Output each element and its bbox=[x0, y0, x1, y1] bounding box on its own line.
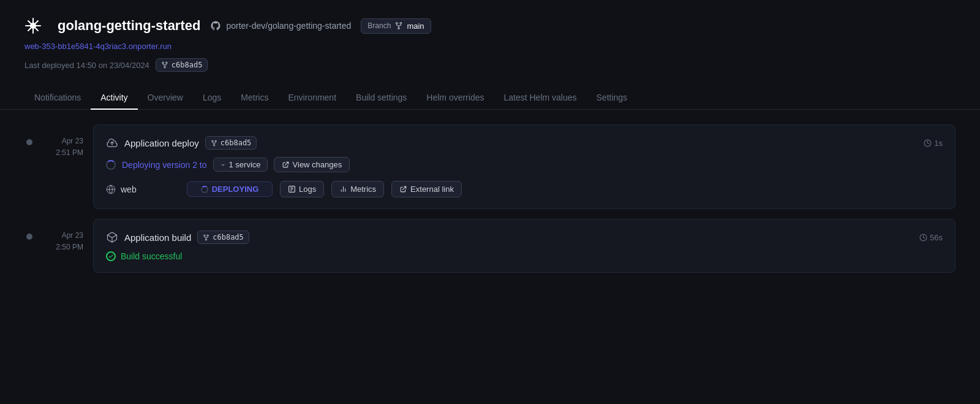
build-card-body: Build successful bbox=[106, 251, 943, 261]
event-time-2: 2:50 PM bbox=[44, 242, 83, 253]
page-header: golang-getting-started porter-dev/golang… bbox=[0, 0, 980, 72]
external-link-label: External link bbox=[410, 185, 454, 194]
logs-icon bbox=[288, 185, 296, 193]
nav-logs[interactable]: Logs bbox=[193, 86, 231, 110]
metrics-label: Metrics bbox=[350, 185, 376, 194]
deploy-title: Application deploy bbox=[124, 138, 199, 148]
clock-icon-2 bbox=[919, 234, 927, 242]
event-time-1: 2:51 PM bbox=[44, 147, 83, 159]
timeline: Apr 23 2:51 PM Application deploy bbox=[24, 124, 956, 273]
repo-link[interactable]: porter-dev/golang-getting-started bbox=[210, 20, 351, 31]
deploying-label: DEPLOYING bbox=[212, 185, 259, 194]
deploy-duration: 1s bbox=[924, 139, 943, 148]
build-commit-badge: c6b8ad5 bbox=[197, 231, 249, 244]
timeline-row-build: Apr 23 2:50 PM Application build bbox=[24, 219, 956, 273]
nav-notifications[interactable]: Notifications bbox=[24, 86, 91, 110]
metrics-icon bbox=[339, 185, 347, 193]
nav-activity[interactable]: Activity bbox=[91, 86, 137, 110]
activity-content: Apr 23 2:51 PM Application deploy bbox=[0, 110, 980, 288]
branch-label: Branch bbox=[368, 21, 391, 30]
branch-badge[interactable]: Branch main bbox=[361, 18, 431, 34]
chevron-down-icon bbox=[220, 162, 226, 168]
timeline-row-deploy: Apr 23 2:51 PM Application deploy bbox=[24, 124, 956, 209]
build-commit-hash: c6b8ad5 bbox=[213, 233, 244, 242]
app-title: golang-getting-started bbox=[58, 18, 200, 34]
last-deployed-text: Last deployed 14:50 on 23/04/2024 bbox=[24, 61, 149, 70]
build-title-row: Application build c6b8ad5 bbox=[106, 231, 249, 244]
build-card: Application build c6b8ad5 56s bbox=[93, 219, 956, 273]
globe-icon bbox=[106, 185, 116, 194]
external-link-icon bbox=[399, 185, 407, 193]
service-label: web bbox=[121, 185, 137, 194]
deploying-status-badge: DEPLOYING bbox=[187, 181, 273, 197]
header-commit-hash: c6b8ad5 bbox=[172, 61, 203, 69]
nav-helm-overrides[interactable]: Helm overrides bbox=[417, 86, 494, 110]
build-icon bbox=[106, 231, 118, 243]
service-name: web bbox=[106, 185, 179, 194]
branch-name: main bbox=[407, 21, 424, 31]
service-row: web DEPLOYING Logs bbox=[106, 181, 943, 197]
deploy-commit-hash: c6b8ad5 bbox=[221, 139, 252, 147]
timeline-dot-2 bbox=[26, 234, 32, 240]
build-card-header: Application build c6b8ad5 56s bbox=[106, 231, 943, 244]
event-date-2: Apr 23 bbox=[44, 230, 83, 242]
external-icon-view bbox=[282, 161, 290, 169]
logs-button[interactable]: Logs bbox=[280, 181, 324, 197]
external-link-button[interactable]: External link bbox=[391, 181, 462, 197]
deploy-title-row: Application deploy c6b8ad5 bbox=[106, 136, 257, 150]
build-title: Application build bbox=[124, 232, 191, 243]
service-pill[interactable]: 1 service bbox=[213, 158, 268, 172]
service-count: 1 service bbox=[229, 160, 261, 169]
header-commit-badge: c6b8ad5 bbox=[156, 58, 208, 72]
timeline-date-2: Apr 23 2:50 PM bbox=[44, 219, 93, 253]
deploy-info: Last deployed 14:50 on 23/04/2024 c6b8ad… bbox=[24, 58, 956, 72]
deploy-card-header: Application deploy c6b8ad5 1s bbox=[106, 136, 943, 150]
nav-overview[interactable]: Overview bbox=[138, 86, 193, 110]
metrics-button[interactable]: Metrics bbox=[331, 181, 384, 197]
nav-build-settings[interactable]: Build settings bbox=[346, 86, 417, 110]
nav-settings[interactable]: Settings bbox=[587, 86, 638, 110]
app-logo bbox=[24, 17, 42, 34]
deploying-spinner bbox=[201, 186, 208, 193]
app-url[interactable]: web-353-bb1e5841-4q3riac3.onporter.run bbox=[24, 42, 956, 51]
event-date-1: Apr 23 bbox=[44, 135, 83, 147]
view-changes-button[interactable]: View changes bbox=[274, 157, 350, 172]
build-duration: 56s bbox=[919, 233, 943, 242]
build-success-text: Build successful bbox=[121, 251, 182, 261]
main-nav: Notifications Activity Overview Logs Met… bbox=[0, 86, 980, 110]
deploy-card-body: Deploying version 2 to 1 service View c bbox=[106, 157, 943, 197]
timeline-date-1: Apr 23 2:51 PM bbox=[44, 124, 93, 159]
success-check-icon bbox=[106, 251, 116, 261]
nav-metrics[interactable]: Metrics bbox=[231, 86, 278, 110]
nav-latest-helm[interactable]: Latest Helm values bbox=[494, 86, 586, 110]
view-changes-label: View changes bbox=[293, 160, 342, 169]
deploy-card: Application deploy c6b8ad5 1s bbox=[93, 124, 956, 209]
build-success-row: Build successful bbox=[106, 251, 943, 261]
deploy-text: Deploying version 2 to bbox=[122, 160, 207, 170]
repo-name: porter-dev/golang-getting-started bbox=[226, 21, 351, 31]
deploy-time-value: 1s bbox=[934, 139, 943, 148]
logs-label: Logs bbox=[299, 185, 316, 194]
deploy-commit-badge: c6b8ad5 bbox=[205, 136, 257, 150]
deploy-spinner bbox=[106, 160, 116, 170]
build-time-value: 56s bbox=[930, 233, 943, 242]
deploy-icon bbox=[106, 137, 118, 149]
nav-environment[interactable]: Environment bbox=[278, 86, 346, 110]
timeline-dot-1 bbox=[26, 139, 32, 145]
clock-icon-1 bbox=[924, 139, 932, 147]
deploy-status-row: Deploying version 2 to 1 service View c bbox=[106, 157, 943, 172]
